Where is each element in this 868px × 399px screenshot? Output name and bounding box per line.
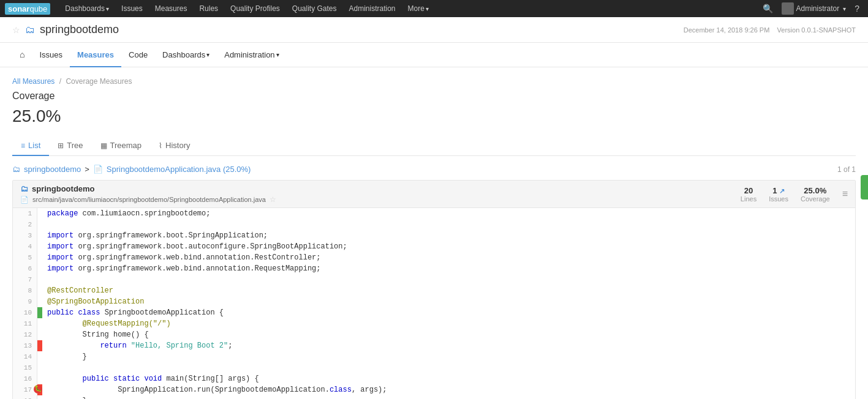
code-file-metrics: 20 Lines 1 ↗ Issues 25.0% Coverage ≡: [741, 186, 848, 203]
hamburger-menu-icon[interactable]: ≡: [842, 188, 848, 200]
line-code: import org.springframework.boot.SpringAp…: [42, 230, 855, 241]
file-breadcrumb-file-name[interactable]: SpringbootdemoApplication.java (25.0%): [107, 165, 251, 174]
secondary-nav-issues[interactable]: Issues: [32, 43, 70, 67]
logo[interactable]: sonarqube: [5, 3, 53, 15]
project-header: ☆ 🗂 springbootdemo December 14, 2018 9:2…: [0, 17, 868, 43]
metric-lines-value: 20: [744, 186, 753, 195]
line-indicator-red: [37, 340, 42, 351]
top-nav-rules[interactable]: Rules: [193, 0, 224, 17]
project-datetime: December 14, 2018 9:26 PM: [684, 26, 770, 34]
line-code: package com.liumiaocn.springbootdemo;: [42, 208, 855, 219]
search-icon[interactable]: 🔍: [759, 4, 777, 13]
tab-tree[interactable]: ⊞ Tree: [49, 136, 91, 156]
top-nav-measures[interactable]: Measures: [149, 0, 194, 17]
top-nav-issues[interactable]: Issues: [115, 0, 149, 17]
coverage-title: Coverage: [12, 91, 856, 102]
line-code: String home() {: [42, 329, 855, 340]
treemap-tab-icon: ▦: [100, 141, 107, 150]
secondary-nav-administration[interactable]: Administration ▾: [217, 43, 286, 67]
line-indicator-green: [37, 307, 42, 318]
line-number: 7: [13, 274, 37, 285]
line-indicator: [37, 230, 42, 241]
project-folder-icon: 🗂: [25, 24, 35, 35]
breadcrumb-separator: /: [59, 77, 61, 86]
metric-lines-label: Lines: [741, 195, 757, 203]
line-number: 5: [13, 252, 37, 263]
file-breadcrumb-project-link[interactable]: springbootdemo: [24, 165, 81, 174]
top-nav-dashboards[interactable]: Dashboards ▾: [59, 0, 115, 17]
top-nav-administration[interactable]: Administration: [343, 0, 402, 17]
line-code: return "Hello, Spring Boot 2";: [42, 340, 855, 351]
history-tab-icon: ⌇: [159, 141, 162, 150]
metric-coverage-label: Coverage: [801, 195, 830, 203]
main-content: All Measures / Coverage Measures Coverag…: [0, 67, 868, 399]
line-indicator: [37, 208, 42, 219]
line-number: 13: [13, 340, 37, 351]
file-breadcrumb-file-icon: 📄: [93, 165, 103, 174]
admin-chevron-icon: ▾: [843, 6, 846, 12]
line-indicator: [37, 219, 42, 230]
view-tabs: ≡ List ⊞ Tree ▦ Treemap ⌇ History: [12, 136, 856, 156]
code-line: 1 package com.liumiaocn.springbootdemo;: [13, 208, 855, 219]
line-number: 8: [13, 285, 37, 296]
admin-secondary-chevron-icon: ▾: [276, 51, 279, 58]
line-code: SpringApplication.run(SpringbootdemoAppl…: [42, 384, 855, 395]
favorite-star-icon[interactable]: ☆: [12, 25, 20, 35]
line-number: 18: [13, 395, 37, 399]
tab-treemap[interactable]: ▦ Treemap: [92, 136, 151, 156]
line-indicator-red-bug: 🐛: [37, 384, 42, 395]
line-number: 11: [13, 318, 37, 329]
code-line: 8 @RestController: [13, 285, 855, 296]
scroll-indicator[interactable]: [861, 175, 868, 200]
line-number: 9: [13, 296, 37, 307]
project-meta: December 14, 2018 9:26 PM Version 0.0.1-…: [684, 26, 856, 34]
line-code: public class SpringbootdemoApplication {: [42, 307, 855, 318]
metric-issues-value: 1 ↗: [772, 186, 785, 195]
metric-issues: 1 ↗ Issues: [769, 186, 788, 203]
secondary-nav-dashboards[interactable]: Dashboards ▾: [155, 43, 217, 67]
line-indicator: [37, 296, 42, 307]
line-number: 10: [13, 307, 37, 318]
top-nav-more[interactable]: More ▾: [402, 0, 435, 17]
code-line: 6 import org.springframework.web.bind.an…: [13, 263, 855, 274]
project-version: Version 0.0.1-SNAPSHOT: [777, 26, 856, 34]
metric-coverage: 25.0% Coverage: [801, 186, 830, 203]
code-line: 11 @RequestMapping("/"): [13, 318, 855, 329]
secondary-nav-home[interactable]: ⌂: [12, 43, 32, 67]
breadcrumb-coverage-measures: Coverage Measures: [66, 77, 132, 86]
external-link-icon[interactable]: ↗: [779, 187, 785, 195]
help-icon[interactable]: ?: [851, 4, 863, 13]
code-file-icon: 📄: [20, 196, 29, 204]
line-indicator: [37, 263, 42, 274]
code-file-star-icon[interactable]: ☆: [270, 195, 276, 204]
admin-menu[interactable]: Administrator ▾: [782, 2, 847, 15]
line-number: 16: [13, 373, 37, 384]
code-line: 15: [13, 362, 855, 373]
top-nav-items: Dashboards ▾ Issues Measures Rules Quali…: [59, 0, 758, 17]
top-nav-right: 🔍 Administrator ▾ ?: [759, 2, 863, 15]
code-line: 7: [13, 274, 855, 285]
line-indicator: [37, 252, 42, 263]
metric-coverage-value: 25.0%: [804, 186, 826, 195]
line-number: 3: [13, 230, 37, 241]
project-title: ☆ 🗂 springbootdemo: [12, 23, 119, 36]
breadcrumb: All Measures / Coverage Measures: [12, 77, 856, 86]
top-nav-quality-profiles[interactable]: Quality Profiles: [224, 0, 286, 17]
dashboards-chevron-icon: ▾: [106, 6, 109, 12]
code-viewer: 🗂 springbootdemo 📄 src/main/java/com/liu…: [12, 180, 856, 399]
breadcrumb-all-measures[interactable]: All Measures: [12, 77, 55, 86]
project-name: springbootdemo: [40, 23, 119, 36]
home-icon: ⌂: [20, 50, 25, 59]
tab-list[interactable]: ≡ List: [12, 136, 49, 156]
secondary-nav-code[interactable]: Code: [121, 43, 155, 67]
top-nav-quality-gates[interactable]: Quality Gates: [286, 0, 343, 17]
line-code: [42, 274, 855, 285]
avatar: [782, 2, 794, 15]
secondary-nav-measures[interactable]: Measures: [70, 43, 121, 67]
line-code: @RestController: [42, 285, 855, 296]
code-line: 16 public static void main(String[] args…: [13, 373, 855, 384]
pagination-info: 1 of 1: [837, 165, 856, 174]
code-line: 13 return "Hello, Spring Boot 2";: [13, 340, 855, 351]
line-code: @SpringBootApplication: [42, 296, 855, 307]
tab-history[interactable]: ⌇ History: [150, 136, 198, 156]
